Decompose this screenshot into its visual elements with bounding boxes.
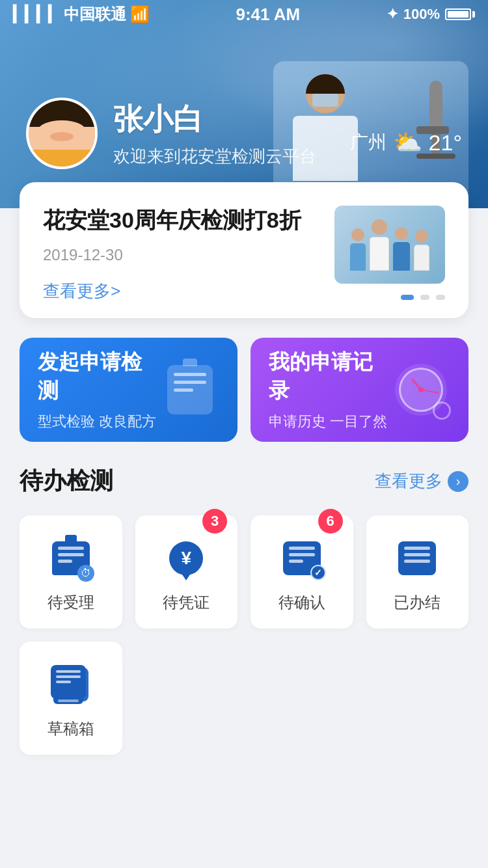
dot-1 bbox=[401, 295, 414, 300]
bluetooth-icon: ✦ bbox=[386, 6, 398, 23]
confirm-label: 待确认 bbox=[278, 592, 325, 613]
profile-subtitle: 欢迎来到花安堂检测云平台 bbox=[113, 145, 316, 168]
see-more-pending[interactable]: 查看更多 › bbox=[375, 470, 468, 493]
my-records-info: 我的申请记录 申请历史 一目了然 bbox=[269, 348, 392, 431]
apply-test-subtitle: 型式检验 改良配方 bbox=[38, 412, 161, 431]
banner-link[interactable]: 查看更多> bbox=[43, 280, 321, 303]
action-cards: 发起申请检测 型式检验 改良配方 我的申请记录 申请历史 一目了然 bbox=[20, 338, 468, 442]
more-text: 查看更多 bbox=[375, 470, 442, 493]
main-content: 花安堂30周年庆检测打8折 2019-12-30 查看更多> bbox=[0, 182, 488, 794]
battery-icon bbox=[445, 8, 475, 20]
done-icon-container bbox=[394, 535, 441, 582]
banner-title: 花安堂30周年庆检测打8折 bbox=[43, 206, 321, 236]
status-right: ✦ 100% bbox=[386, 6, 475, 23]
dot-2 bbox=[420, 295, 429, 300]
pending-item-done[interactable]: 已办结 bbox=[366, 515, 469, 629]
profile-area: 张小白 欢迎来到花安堂检测云平台 bbox=[26, 98, 316, 169]
banner-dots bbox=[401, 295, 445, 300]
receive-icon-container: ⏱ bbox=[47, 535, 94, 582]
confirm-icon-container: ✓ bbox=[278, 535, 325, 582]
battery-percent: 100% bbox=[403, 6, 440, 23]
my-records-card[interactable]: 我的申请记录 申请历史 一目了然 bbox=[251, 338, 468, 442]
status-bar: ▎▎▎▎ 中国联通 📶 9:41 AM ✦ 100% bbox=[0, 0, 488, 29]
clock-icon-wrap bbox=[392, 360, 450, 419]
city-label: 广州 bbox=[350, 130, 386, 155]
pending-grid: ⏱ 待受理 3 ¥ 待凭证 6 bbox=[20, 515, 468, 629]
voucher-label: 待凭证 bbox=[163, 592, 210, 613]
second-row: 草稿箱 bbox=[20, 642, 468, 755]
voucher-icon-container: ¥ bbox=[163, 535, 210, 582]
banner-image bbox=[334, 206, 445, 284]
voucher-badge: 3 bbox=[202, 509, 227, 534]
weather-icon: ⛅ bbox=[393, 129, 422, 156]
apply-test-title: 发起申请检测 bbox=[38, 348, 161, 405]
pending-item-voucher[interactable]: 3 ¥ 待凭证 bbox=[135, 515, 238, 629]
apply-test-info: 发起申请检测 型式检验 改良配方 bbox=[38, 348, 161, 431]
wifi-icon: 📶 bbox=[130, 5, 150, 23]
pending-section-header: 待办检测 查看更多 › bbox=[20, 465, 468, 497]
banner-card[interactable]: 花安堂30周年庆检测打8折 2019-12-30 查看更多> bbox=[20, 182, 468, 318]
my-records-title: 我的申请记录 bbox=[269, 348, 392, 405]
apply-test-card[interactable]: 发起申请检测 型式检验 改良配方 bbox=[20, 338, 237, 442]
avatar bbox=[26, 98, 98, 169]
time-label: 9:41 AM bbox=[236, 5, 300, 25]
signal-icon: ▎▎▎▎ bbox=[13, 5, 60, 23]
hero-section: 张小白 欢迎来到花安堂检测云平台 广州 ⛅ 21° bbox=[0, 0, 488, 208]
receive-label: 待受理 bbox=[47, 592, 94, 613]
temperature-label: 21° bbox=[429, 130, 462, 156]
pending-item-draft[interactable]: 草稿箱 bbox=[20, 642, 122, 755]
pending-item-confirm[interactable]: 6 ✓ 待确认 bbox=[251, 515, 353, 629]
my-records-subtitle: 申请历史 一目了然 bbox=[269, 412, 392, 431]
draft-label: 草稿箱 bbox=[47, 718, 94, 739]
clipboard-icon-wrap bbox=[161, 360, 219, 419]
more-arrow-icon: › bbox=[448, 471, 468, 492]
pending-item-receive[interactable]: ⏱ 待受理 bbox=[20, 515, 122, 629]
weather-widget: 广州 ⛅ 21° bbox=[350, 129, 462, 156]
draft-icon-container bbox=[47, 661, 94, 708]
carrier-label: 中国联通 bbox=[64, 4, 126, 25]
profile-name: 张小白 bbox=[113, 100, 316, 140]
banner-text: 花安堂30周年庆检测打8折 2019-12-30 查看更多> bbox=[43, 206, 321, 303]
dot-3 bbox=[436, 295, 445, 300]
pending-title: 待办检测 bbox=[20, 465, 113, 497]
profile-info: 张小白 欢迎来到花安堂检测云平台 bbox=[113, 100, 316, 168]
banner-date: 2019-12-30 bbox=[43, 246, 321, 264]
done-label: 已办结 bbox=[394, 592, 441, 613]
status-left: ▎▎▎▎ 中国联通 📶 bbox=[13, 4, 150, 25]
confirm-badge: 6 bbox=[318, 509, 343, 534]
